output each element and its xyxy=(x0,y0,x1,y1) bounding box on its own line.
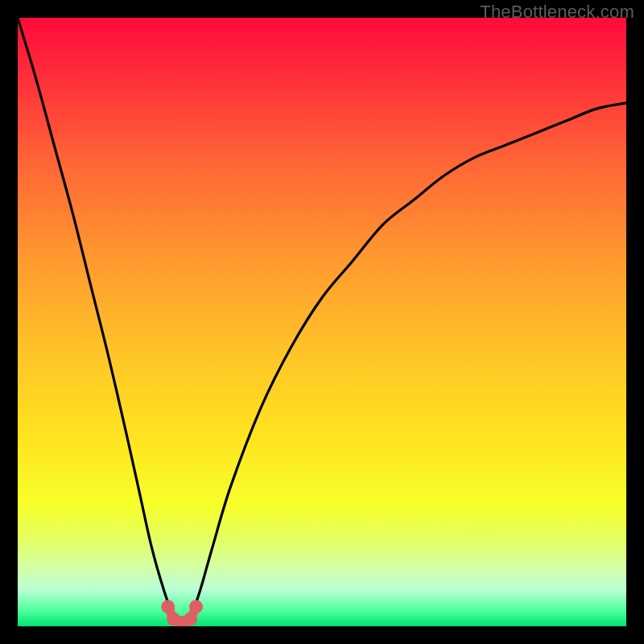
watermark-text: TheBottleneck.com xyxy=(480,2,634,23)
chart-frame: TheBottleneck.com xyxy=(0,0,644,644)
bottom-highlight-link xyxy=(168,607,196,623)
bottleneck-curve xyxy=(18,18,626,620)
plot-area xyxy=(18,18,626,626)
curve-layer xyxy=(18,18,626,626)
